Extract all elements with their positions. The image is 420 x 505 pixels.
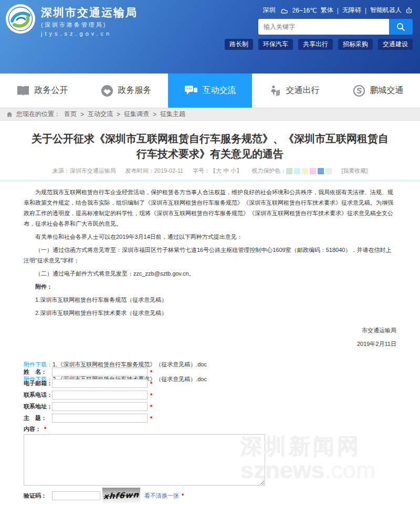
eye-color-swatch[interactable] xyxy=(286,168,292,174)
name-label: 姓 名： xyxy=(24,368,52,376)
required-mark: * xyxy=(150,369,152,375)
meta-eye-protect: 视力保护色： xyxy=(251,167,332,175)
main-nav: 政务公开 政务服务 互动交流 xyxy=(0,73,420,108)
eye-color-swatch[interactable] xyxy=(302,168,308,174)
signature-block: 市交通运输局 2019年2月11日 xyxy=(0,323,420,351)
download-file-service-spec[interactable]: 1.《深圳市互联网租赁自行车服务规范》（征求意见稿）.doc xyxy=(52,361,207,367)
meta-source: 来源：深圳市交通运输局 xyxy=(52,167,116,175)
paragraph: （一）通过信函方式将意见寄至：深圳市福田区竹子林紫竹七道16号公路主枢纽管理控制… xyxy=(24,245,396,266)
breadcrumb: 您现在的位置： 首页 > 互动交流 > 征集调查 > 征集主题 xyxy=(0,108,420,121)
required-mark: * xyxy=(44,426,46,432)
tab-government-services[interactable]: 政务服务 xyxy=(84,73,168,108)
quick-link-shared-travel[interactable]: 共享出行 xyxy=(298,39,333,50)
temperature-label: 26~16℃ xyxy=(292,7,317,14)
subject-field[interactable] xyxy=(52,414,148,423)
required-mark: * xyxy=(150,415,152,422)
site-subtitle: (深圳市港务管理局) xyxy=(41,21,138,29)
tab-label: 政务服务 xyxy=(118,85,152,96)
download-label[interactable]: 附件下载： xyxy=(24,361,52,367)
separator: | xyxy=(365,7,366,14)
home-icon[interactable] xyxy=(6,111,13,118)
article-body: 为规范我市互联网租赁自行车企业经营活动，保护租赁各方当事人合法权益，维护良好的社… xyxy=(0,187,420,318)
breadcrumb-separator: > xyxy=(153,111,156,118)
attachment-item: 1.深圳市互联网租赁自行车服务规范（征求意见稿） xyxy=(24,294,396,305)
site-url: jtys.sz.gov.cn xyxy=(41,30,138,37)
content-label: 内容： xyxy=(24,426,41,432)
required-mark: * xyxy=(150,404,152,410)
tab-interaction[interactable]: 互动交流 xyxy=(168,73,252,108)
required-mark: * xyxy=(182,492,184,499)
paragraph: （二）通过电子邮件方式将意见发至：zzc_zzb@sztb.gov.cn。 xyxy=(24,268,396,279)
site-header: 深圳市交通运输局 (深圳市港务管理局) jtys.sz.gov.cn 深圳 26… xyxy=(0,0,420,73)
tab-label: 鹏城交通 xyxy=(370,85,404,96)
tab-label: 政务公开 xyxy=(35,85,68,96)
address-field[interactable] xyxy=(52,402,148,411)
content-textarea[interactable] xyxy=(24,434,265,486)
quick-links: 路长制 环保汽车 共享出行 招标采购 交通建设 xyxy=(225,39,413,50)
header-top-info: 深圳 26~16℃ 繁体 | 无障碍 | 智能机器人 xyxy=(263,6,413,15)
paragraph: 为规范我市互联网租赁自行车企业经营活动，保护租赁各方当事人合法权益，维护良好的社… xyxy=(24,187,396,229)
city-label: 深圳 xyxy=(263,6,276,15)
traditional-chinese-link[interactable]: 繁体 xyxy=(321,6,333,15)
breadcrumb-home[interactable]: 首页 xyxy=(64,110,77,119)
page-title: 关于公开征求《深圳市互联网租赁自行车服务规范》、《深圳市互联网租赁自行车技术要求… xyxy=(29,131,391,162)
captcha-image[interactable]: xhf6wn xyxy=(102,488,140,503)
required-mark: * xyxy=(150,381,152,387)
tab-government-info[interactable]: 政务公开 xyxy=(0,73,84,108)
book-icon xyxy=(16,85,30,97)
address-label: 联系地址： xyxy=(24,403,52,411)
site-title: 深圳市交通运输局 xyxy=(41,6,138,19)
article-meta: 来源：深圳市交通运输局 发布时间：2019-02-11 字号：【大 中 小】 视… xyxy=(0,167,420,175)
tab-pengcheng-traffic[interactable]: 鹏城交通 xyxy=(336,73,420,108)
paragraph: 有关单位和社会各界人士可以在2019年3月14日前，通过以下两种方式提出意见： xyxy=(24,232,396,242)
email-label: 电子邮箱： xyxy=(24,380,52,387)
meta-font-size[interactable]: 字号：【大 中 小】 xyxy=(193,167,242,175)
tab-label: 交通出行 xyxy=(286,85,320,96)
feedback-form: 姓 名： * 电子邮箱： * 联系电话： * 联系地址： * 主 题： * 内容… xyxy=(24,367,396,505)
eye-protect-label: 视力保护色： xyxy=(251,167,286,174)
map-pin-icon xyxy=(269,85,281,97)
quick-link-tender[interactable]: 招标采购 xyxy=(338,39,373,50)
breadcrumb-interaction[interactable]: 互动交流 xyxy=(88,110,113,119)
captcha-refresh-link[interactable]: 看不清换一张 xyxy=(144,492,179,500)
tab-traffic-travel[interactable]: 交通出行 xyxy=(252,73,336,108)
name-field[interactable] xyxy=(52,367,148,376)
breadcrumb-prefix: 您现在的位置： xyxy=(16,110,60,119)
breadcrumb-survey[interactable]: 征集调查 xyxy=(124,110,149,119)
quick-link-road-chief[interactable]: 路长制 xyxy=(225,39,253,50)
quick-link-eco-car[interactable]: 环保汽车 xyxy=(258,39,293,50)
signature-org: 市交通运输局 xyxy=(24,323,396,337)
eye-color-swatch[interactable] xyxy=(310,168,316,174)
captcha-input[interactable] xyxy=(52,491,100,500)
subject-label: 主 题： xyxy=(24,414,52,422)
captcha-text: xhf6wn xyxy=(103,490,140,501)
weather-icon xyxy=(279,7,289,14)
site-brand[interactable]: 深圳市交通运输局 (深圳市港务管理局) jtys.sz.gov.cn xyxy=(5,4,138,37)
meta-divider xyxy=(0,180,420,182)
accessibility-link[interactable]: 无障碍 xyxy=(342,6,361,15)
robot-icon[interactable] xyxy=(405,7,413,14)
breadcrumb-topic[interactable]: 征集主题 xyxy=(160,110,185,119)
favorite-link[interactable]: [我要收藏] xyxy=(341,167,368,175)
meta-published: 发布时间：2019-02-11 xyxy=(125,167,183,175)
breadcrumb-separator: > xyxy=(80,111,84,118)
breadcrumb-separator: > xyxy=(117,111,120,118)
agency-logo-icon xyxy=(5,4,36,34)
smart-robot-link[interactable]: 智能机器人 xyxy=(370,6,402,15)
quick-link-construction[interactable]: 交通建设 xyxy=(378,39,413,50)
email-field[interactable] xyxy=(52,379,148,388)
required-mark: * xyxy=(150,392,152,398)
eye-color-swatch[interactable] xyxy=(294,168,300,174)
search-input[interactable] xyxy=(258,19,389,35)
search-button[interactable] xyxy=(389,19,413,35)
attachment-heading: 附件： xyxy=(24,281,396,292)
phone-field[interactable] xyxy=(52,391,148,399)
search-icon xyxy=(396,23,405,31)
eye-color-swatch[interactable] xyxy=(318,168,324,174)
eye-color-swatch[interactable] xyxy=(326,168,332,174)
tab-label: 互动交流 xyxy=(203,85,236,96)
search-bar xyxy=(258,19,413,35)
handshake-icon xyxy=(101,85,113,97)
signature-date: 2019年2月11日 xyxy=(24,337,396,351)
pengcheng-logo-icon xyxy=(353,85,365,97)
